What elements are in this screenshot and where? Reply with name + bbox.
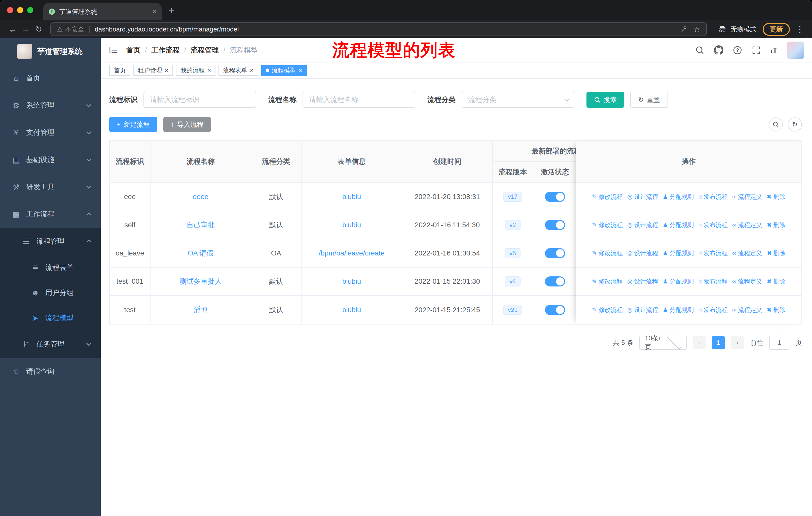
refresh-table-button[interactable]: ↻ [788,117,802,132]
sidebar-toggle-icon[interactable] [109,45,118,55]
import-model-button[interactable]: ↑ 导入流程 [163,117,211,132]
form-info-link[interactable]: biubiu [342,221,361,229]
form-info-link[interactable]: biubiu [342,193,361,201]
sidebar-logo[interactable]: 芋道管理系统 [0,38,101,64]
process-definition-link[interactable]: ∞流程定义 [732,306,762,314]
active-toggle[interactable] [545,276,565,287]
tab-process-form[interactable]: 流程表单 × [219,65,258,76]
model-name-link[interactable]: 测试多审批人 [179,277,222,286]
sidebar-item-task-management[interactable]: ⚐ 任务管理 [0,331,101,358]
sidebar-item-payment-management[interactable]: ¥ 支付管理 [0,119,101,146]
assign-rule-link[interactable]: ♟分配规则 [663,193,694,201]
assign-rule-link[interactable]: ♟分配规则 [663,277,694,286]
delete-model-link[interactable]: ✖删除 [767,221,785,229]
model-name-link[interactable]: OA 请假 [188,248,214,258]
sidebar-item-process-model[interactable]: ➤ 流程模型 [0,305,101,331]
close-icon[interactable]: × [250,67,254,74]
delete-model-link[interactable]: ✖删除 [767,193,785,201]
edit-model-link[interactable]: ✎修改流程 [592,249,623,257]
design-model-link[interactable]: ◎设计流程 [627,277,658,286]
assign-rule-link[interactable]: ♟分配规则 [663,306,694,314]
publish-model-link[interactable]: ☝发布流程 [698,306,728,314]
publish-model-link[interactable]: ☝发布流程 [698,193,728,201]
close-icon[interactable]: × [207,67,211,74]
active-toggle[interactable] [545,192,565,202]
page-size-select[interactable]: 10条/页 [639,335,687,350]
sidebar-item-leave-query[interactable]: ☺ 请假查询 [0,358,101,385]
github-icon[interactable] [714,45,723,55]
close-window-button[interactable] [7,7,13,13]
version-badge[interactable]: v21 [503,305,522,315]
url-text[interactable]: dashboard.yudao.iocoder.cn/bpm/manager/m… [95,25,673,33]
avatar[interactable] [787,42,804,59]
active-toggle[interactable] [545,305,565,315]
form-info-link[interactable]: /bpm/oa/leave/create [319,249,385,257]
model-id-input[interactable] [143,92,256,108]
process-definition-link[interactable]: ∞流程定义 [732,221,762,229]
next-page-button[interactable]: › [731,336,744,349]
create-model-button[interactable]: + 新建流程 [109,117,157,132]
close-icon[interactable]: × [165,67,168,74]
design-model-link[interactable]: ◎设计流程 [627,193,658,201]
version-badge[interactable]: v2 [505,220,520,230]
edit-model-link[interactable]: ✎修改流程 [592,193,623,201]
active-toggle[interactable] [545,220,565,230]
delete-model-link[interactable]: ✖删除 [767,249,785,257]
minimize-window-button[interactable] [17,7,23,13]
password-key-icon[interactable] [679,25,688,33]
model-name-link[interactable]: eeee [193,193,208,201]
process-definition-link[interactable]: ∞流程定义 [732,249,762,257]
edit-model-link[interactable]: ✎修改流程 [592,277,623,286]
tab-close-icon[interactable]: × [152,7,156,16]
delete-model-link[interactable]: ✖删除 [767,277,785,286]
design-model-link[interactable]: ◎设计流程 [627,306,658,314]
help-icon[interactable]: ? [733,46,742,55]
reset-button[interactable]: ↻ 重置 [630,92,668,108]
process-definition-link[interactable]: ∞流程定义 [732,193,762,201]
process-definition-link[interactable]: ∞流程定义 [732,277,762,286]
assign-rule-link[interactable]: ♟分配规则 [663,221,694,229]
maximize-window-button[interactable] [27,7,33,13]
sidebar-item-system-management[interactable]: ⚙ 系统管理 [0,92,101,119]
bookmark-star-icon[interactable]: ☆ [693,25,700,34]
toggle-search-button[interactable] [769,117,783,132]
forward-button[interactable]: → [19,23,32,36]
form-info-link[interactable]: biubiu [342,277,361,286]
version-badge[interactable]: v5 [505,248,520,259]
prev-page-button[interactable]: ‹ [693,336,706,349]
sidebar-item-workflow[interactable]: ▦ 工作流程 [0,200,101,228]
page-number-button[interactable]: 1 [712,336,725,349]
browser-menu-button[interactable]: ⋮ [794,24,806,34]
font-size-icon[interactable]: тT [770,46,777,54]
new-tab-button[interactable]: + [169,5,174,15]
search-button[interactable]: 搜索 [586,92,624,108]
browser-tab[interactable]: 芋道管理系统 × [43,3,162,20]
publish-model-link[interactable]: ☝发布流程 [698,277,728,286]
edit-model-link[interactable]: ✎修改流程 [592,221,623,229]
sidebar-item-process-form[interactable]: ≣ 流程表单 [0,255,101,280]
version-badge[interactable]: v4 [505,276,520,287]
publish-model-link[interactable]: ☝发布流程 [698,221,728,229]
publish-model-link[interactable]: ☝发布流程 [698,249,728,257]
back-button[interactable]: ← [6,23,19,36]
form-info-link[interactable]: biubiu [342,306,361,314]
tab-process-model[interactable]: 流程模型 × [261,65,307,76]
goto-page-input[interactable] [769,335,789,350]
tab-tenant-management[interactable]: 租户管理 × [134,65,173,76]
breadcrumb-item[interactable]: 首页 [126,45,141,55]
close-icon[interactable]: × [298,67,302,74]
fullscreen-icon[interactable] [752,46,761,55]
sidebar-item-home[interactable]: ⌂ 首页 [0,64,101,92]
sidebar-item-process-management[interactable]: ☰ 流程管理 [0,228,101,255]
sidebar-item-dev-tools[interactable]: ⚒ 研发工具 [0,173,101,200]
breadcrumb-item[interactable]: 流程管理 [191,45,219,55]
design-model-link[interactable]: ◎设计流程 [627,249,658,257]
browser-update-button[interactable]: 更新 [763,23,790,36]
reload-button[interactable]: ↻ [32,23,45,36]
model-name-link[interactable]: 滔博 [194,305,208,315]
sidebar-item-user-group[interactable]: ☻ 用户分组 [0,280,101,305]
category-select[interactable]: 流程分类 [462,92,574,108]
edit-model-link[interactable]: ✎修改流程 [592,306,623,314]
model-name-input[interactable] [302,92,415,108]
tab-my-process[interactable]: 我的流程 × [176,65,215,76]
